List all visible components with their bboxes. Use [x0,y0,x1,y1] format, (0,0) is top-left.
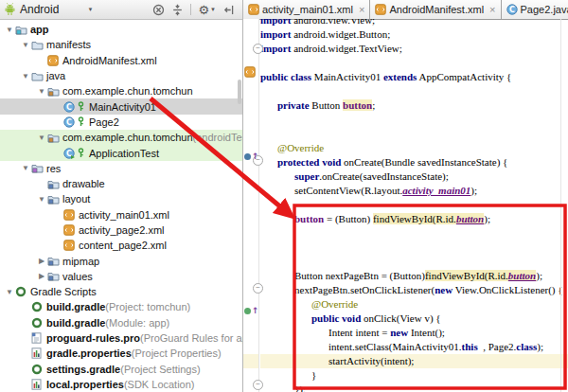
code-line[interactable] [260,198,568,212]
code-line[interactable]: intent.setClass(MainActivity01.this , Pa… [260,340,568,354]
tree-item-layout[interactable]: ▼layout [0,191,242,206]
tree-item-activity-page2-xml[interactable]: activity_page2.xml [0,223,242,238]
code-line[interactable]: protected void onCreate(Bundle savedInst… [260,155,568,169]
xml-file-icon [47,55,61,66]
code-line[interactable]: super.onCreate(savedInstanceState); [260,169,568,184]
tree-item-build-gradle[interactable]: build.gradle (Project: tomchun) [0,299,242,314]
project-panel-header: Android ▼ [0,0,242,20]
code-line[interactable]: nextPageBtn.setOnClickListener(new View.… [260,283,568,297]
code-line[interactable] [260,255,568,269]
tab-androidmanifest-xml[interactable]: AndroidManifest.xml× [370,0,501,19]
tree-scrollbar-thumb[interactable] [238,80,241,104]
expand-arrow-icon[interactable]: ▼ [36,195,47,204]
overrides-method-icon[interactable]: ↑ [244,307,259,315]
scroll-from-source-icon[interactable] [152,4,165,16]
android-studio-window: Android ▼ [0,0,568,392]
fold-marker-icon[interactable]: − [253,283,263,294]
expand-arrow-icon[interactable]: ▶ [36,272,47,280]
expand-arrow-icon[interactable]: ▼ [20,164,31,172]
android-logo-icon [4,4,16,16]
expand-arrow-icon[interactable]: ▼ [4,288,15,296]
code-token: protected void [277,156,341,168]
tree-item-app[interactable]: ▼app [0,22,242,37]
code-line[interactable]: } [260,368,568,383]
project-view-selector[interactable]: Android ▼ [4,3,93,16]
code-viewport[interactable]: import android.view.View;import android.… [258,19,568,392]
code-line[interactable]: button = (Button) findViewById(R.id.butt… [260,212,568,226]
tree-item-com-example-chun-tomchun[interactable]: ▼com.example.chun.tomchun (androidTest) [0,130,242,145]
tree-item-mainactivity01[interactable]: CMainActivity01 [0,98,242,114]
tab-page2-java[interactable]: CPage2.java× [502,0,568,19]
related-xml-file-icon[interactable] [244,66,256,78]
tree-item-content-page2-xml[interactable]: content_page2.xml [0,238,242,253]
tree-item-label: settings.gradle [46,364,120,375]
code-line[interactable]: Button nextPageBtn = (Button)findViewByI… [260,269,568,283]
package-icon [47,133,61,143]
code-line[interactable] [260,226,568,241]
tree-item-mipmap[interactable]: ▶mipmap [0,253,242,268]
code-line[interactable] [260,127,568,141]
expand-arrow-icon[interactable]: ▼ [20,72,31,80]
key-icon [77,101,87,112]
code-line[interactable]: private Button button; [260,98,568,113]
tree-item-androidmanifest-xml[interactable]: AndroidManifest.xml [0,53,242,68]
fold-marker-icon[interactable]: − [253,380,263,390]
code-line[interactable]: public class MainActivity01 extends AppC… [260,70,568,84]
close-tab-icon[interactable]: × [489,4,495,15]
toolbar-separator [190,4,191,15]
overrides-method-icon[interactable]: ↑ [244,152,259,161]
code-line[interactable]: }); [260,383,568,392]
tree-item-activity-main01-xml[interactable]: activity_main01.xml [0,207,242,223]
tree-item-drawable[interactable]: drawable [0,176,242,191]
code-line[interactable] [260,56,568,70]
collapse-all-icon[interactable] [171,4,184,16]
expand-arrow-icon[interactable]: ▼ [4,26,15,34]
tree-item-label: proguard-rules.pro [46,332,140,344]
tree-item-com-example-chun-tomchun[interactable]: ▼com.example.chun.tomchun [0,83,242,98]
expand-arrow-icon[interactable]: ▼ [20,41,31,49]
tree-item-gradle-scripts[interactable]: ▼Gradle Scripts [0,284,242,299]
tree-item-values[interactable]: ▶values [0,269,242,284]
tree-item-res[interactable]: ▼res [0,161,242,176]
tree-item-local-properties[interactable]: local.properties (SDK Location) [0,377,242,392]
code-token: android.widget.TextView; [291,43,401,54]
code-token: ); [536,270,542,281]
code-line[interactable]: public void onClick(View v) { [260,312,568,326]
code-line[interactable]: import android.widget.Button; [260,27,568,42]
tree-item-label: Page2 [89,116,119,128]
tree-item-java[interactable]: ▼java [0,68,242,83]
project-view-label: Android [20,3,59,16]
expand-arrow-icon[interactable]: ▼ [36,134,47,142]
code-line[interactable]: import android.widget.TextView; [260,42,568,56]
tree-item-label: gradle.properties [46,347,132,359]
tree-item-settings-gradle[interactable]: settings.gradle (Project Settings) [0,362,242,377]
hide-panel-icon[interactable] [222,4,235,16]
tree-item-label: mipmap [62,256,99,267]
code-line[interactable] [260,84,568,98]
expand-arrow-icon[interactable]: ▶ [36,257,47,265]
code-line[interactable] [260,241,568,255]
close-tab-icon[interactable]: × [359,4,364,15]
tree-item-suffix: (SDK Location) [124,379,195,390]
tree-item-applicationtest[interactable]: CApplicationTest [0,145,242,160]
tree-item-gradle-properties[interactable]: gradle.properties (Project Properties) [0,346,242,361]
gradle-icon [31,301,44,312]
code-line[interactable]: @Override [260,297,568,312]
key-icon [77,116,87,127]
settings-gear-icon[interactable]: ⚙▼ [198,3,216,17]
code-line[interactable]: setContentView(R.layout.activity_main01)… [260,184,568,198]
tab-activity-main01-xml[interactable]: activity_main01.xml× [243,0,370,19]
tree-item-page2[interactable]: CPage2 [0,115,242,130]
tree-item-build-gradle[interactable]: build.gradle (Module: app) [0,315,242,330]
expand-arrow-icon[interactable]: ▼ [36,87,47,96]
code-line[interactable] [260,113,568,127]
code-line[interactable]: @Override [260,141,568,155]
project-panel: Android ▼ [0,0,243,392]
code-line[interactable]: Intent intent = new Intent(); [260,326,568,340]
code-line[interactable]: import android.view.View; [260,19,568,27]
folder-pkg-icon [47,256,61,266]
code-line-current[interactable]: startActivity(intent); [260,354,568,368]
tree-item-manifests[interactable]: ▼manifests [0,37,242,52]
fold-marker-icon[interactable]: − [253,44,263,54]
tree-item-proguard-rules-pro[interactable]: proguard-rules.pro (ProGuard Rules for a… [0,330,242,346]
